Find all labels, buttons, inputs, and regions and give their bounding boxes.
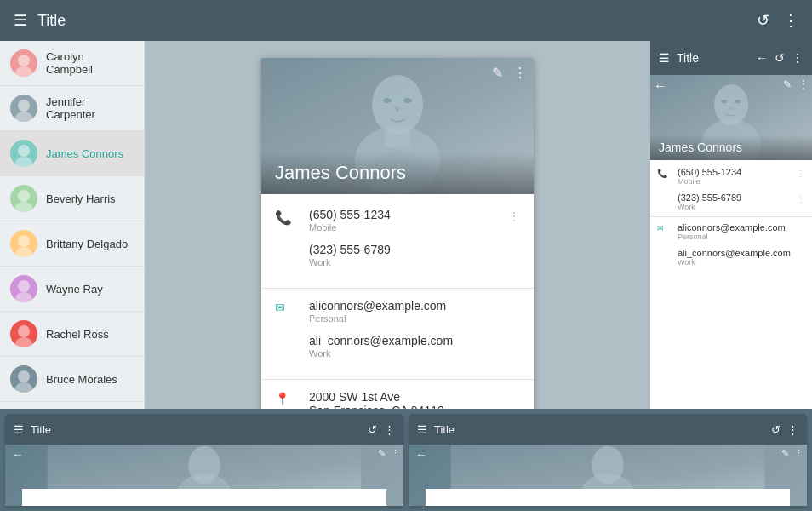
- bp1-hero: ← ✎ ⋮: [5, 445, 403, 506]
- mini-email-icon: ✉: [657, 224, 671, 233]
- contact-avatar: [10, 230, 37, 257]
- bp2-refresh-icon[interactable]: ↺: [771, 423, 781, 436]
- app-title: Title: [37, 12, 757, 30]
- contact-name: Carolyn Campbell: [46, 50, 134, 76]
- bp1-more-icon[interactable]: ⋮: [384, 423, 395, 436]
- email-label-1: Personal: [309, 313, 520, 324]
- mini-phone-more-2[interactable]: ⋮: [797, 194, 805, 204]
- svg-point-27: [722, 100, 728, 103]
- contact-item[interactable]: Bruce Morales: [0, 357, 144, 402]
- mini-menu-icon[interactable]: ☰: [659, 51, 670, 65]
- mini-phone-row-2: (323) 555-6789 Work ⋮: [650, 189, 812, 215]
- email-value-1: aliconnors@example.com: [309, 299, 520, 313]
- card-hero-overlay: James Connors: [261, 152, 534, 194]
- email-content: aliconnors@example.com Personal ali_conn…: [309, 299, 520, 369]
- mini-phone-content-2: (323) 555-6789 Work: [678, 192, 797, 211]
- bp2-hero: ← ✎ ⋮: [409, 445, 807, 506]
- contact-avatar: [10, 49, 37, 77]
- phone-label-2: Work: [309, 257, 508, 267]
- contact-item[interactable]: Wayne Ray: [0, 267, 144, 312]
- svg-point-0: [18, 55, 30, 66]
- mini-phone-row-1: 📞 (650) 555-1234 Mobile ⋮: [650, 164, 812, 189]
- mini-phone-content-1: (650) 555-1234 Mobile: [678, 167, 797, 186]
- phone-section: 📞 (650) 555-1234 Mobile (323) 555-6789 W…: [261, 201, 534, 284]
- svg-point-5: [15, 157, 32, 167]
- contact-item[interactable]: Jennifer Carpenter: [0, 86, 144, 131]
- bp1-menu-icon[interactable]: ☰: [14, 423, 24, 436]
- bp2-edit-icons: ✎ ⋮: [781, 448, 803, 459]
- contact-hero-name: James Connors: [275, 162, 406, 183]
- mini-more-hero-icon[interactable]: ⋮: [798, 78, 809, 90]
- bottom-panel-2: ☰ Title ↺ ⋮ ← ✎ ⋮: [409, 414, 807, 506]
- mini-email-row-2: ali_connors@example.com Work: [650, 244, 812, 270]
- bp2-more-icon[interactable]: ⋮: [787, 423, 798, 436]
- email-label-2: Work: [309, 348, 520, 359]
- toolbar-actions: ↺ ⋮: [757, 11, 798, 30]
- mini-more-icon[interactable]: ⋮: [792, 51, 803, 65]
- bp1-back-icon[interactable]: ←: [12, 448, 24, 462]
- mini-back-icon[interactable]: ←: [654, 78, 667, 94]
- contact-item[interactable]: James Connors: [0, 131, 144, 176]
- bp2-back-icon[interactable]: ←: [415, 448, 427, 462]
- bp1-more-hero-icon[interactable]: ⋮: [391, 448, 400, 459]
- svg-point-7: [15, 202, 32, 212]
- menu-icon[interactable]: ☰: [14, 11, 27, 30]
- divider-1: [261, 288, 534, 289]
- mini-card-hero: James Connors ← ✎ ⋮: [650, 75, 812, 160]
- svg-point-13: [15, 337, 32, 347]
- contact-item[interactable]: Beverly Harris: [0, 176, 144, 221]
- svg-point-4: [18, 145, 30, 157]
- address-value-1: 2000 SW 1st Ave: [309, 390, 520, 404]
- mini-app-title: Title: [677, 51, 749, 65]
- refresh-icon[interactable]: ↺: [757, 11, 769, 30]
- mini-contact-name: James Connors: [659, 141, 742, 154]
- bp1-edit-icon[interactable]: ✎: [378, 448, 386, 459]
- svg-point-8: [18, 235, 30, 247]
- mini-edit-icon[interactable]: ✎: [783, 78, 792, 90]
- mini-phone-more-1[interactable]: ⋮: [797, 169, 805, 178]
- svg-point-10: [18, 280, 30, 292]
- email-icon: ✉: [275, 301, 295, 314]
- bottom-panels-row: ☰ Title ↺ ⋮ ← ✎ ⋮: [0, 409, 812, 511]
- contact-item[interactable]: Brittany Delgado: [0, 221, 144, 267]
- phone-icon: 📞: [275, 210, 295, 226]
- contact-item[interactable]: Carolyn Campbell: [0, 41, 144, 86]
- svg-point-14: [18, 370, 30, 382]
- contact-avatar: [10, 275, 37, 302]
- svg-point-1: [15, 66, 32, 77]
- divider-2: [261, 379, 534, 380]
- bp2-edit-icon[interactable]: ✎: [781, 448, 789, 459]
- svg-point-2: [18, 100, 30, 112]
- bottom-panel-1: ☰ Title ↺ ⋮ ← ✎ ⋮: [5, 414, 403, 506]
- mini-email-content-1: aliconnors@example.com Personal: [678, 222, 805, 241]
- contact-item[interactable]: Rachel Ross: [0, 312, 144, 357]
- mini-hero-overlay: James Connors: [650, 135, 812, 160]
- phone-content: (650) 555-1234 Mobile (323) 555-6789 Wor…: [309, 208, 508, 278]
- mini-back-nav[interactable]: ←: [756, 51, 768, 65]
- svg-point-25: [714, 84, 748, 125]
- svg-rect-23: [385, 130, 410, 147]
- location-icon: 📍: [275, 392, 295, 405]
- mini-divider-1: [650, 216, 812, 217]
- bp1-refresh-icon[interactable]: ↺: [368, 423, 377, 436]
- bp1-title: Title: [31, 423, 361, 436]
- mini-refresh-icon[interactable]: ↺: [775, 51, 785, 65]
- bp2-menu-icon[interactable]: ☰: [417, 423, 427, 436]
- phone-more-icon[interactable]: ⋮: [508, 210, 520, 223]
- bp2-title: Title: [434, 423, 764, 436]
- card-edit-icon[interactable]: ✎: [492, 65, 503, 81]
- mini-email-row-1: ✉ aliconnors@example.com Personal: [650, 219, 812, 244]
- bp2-more-hero-icon[interactable]: ⋮: [794, 448, 803, 459]
- more-icon[interactable]: ⋮: [783, 11, 798, 30]
- contact-name: James Connors: [46, 147, 123, 160]
- contact-avatar: [10, 320, 37, 347]
- card-more-icon[interactable]: ⋮: [513, 65, 527, 81]
- card-hero: James Connors ✎ ⋮: [261, 58, 534, 194]
- svg-point-6: [18, 190, 30, 202]
- phone-field-2: (323) 555-6789 Work: [309, 243, 508, 267]
- svg-point-15: [15, 382, 32, 393]
- mini-card-body: 📞 (650) 555-1234 Mobile ⋮ (323) 555-6789…: [650, 160, 812, 273]
- svg-point-19: [372, 75, 423, 135]
- email-field-2: ali_connors@example.com Work: [309, 334, 520, 359]
- contact-avatar: [10, 140, 37, 167]
